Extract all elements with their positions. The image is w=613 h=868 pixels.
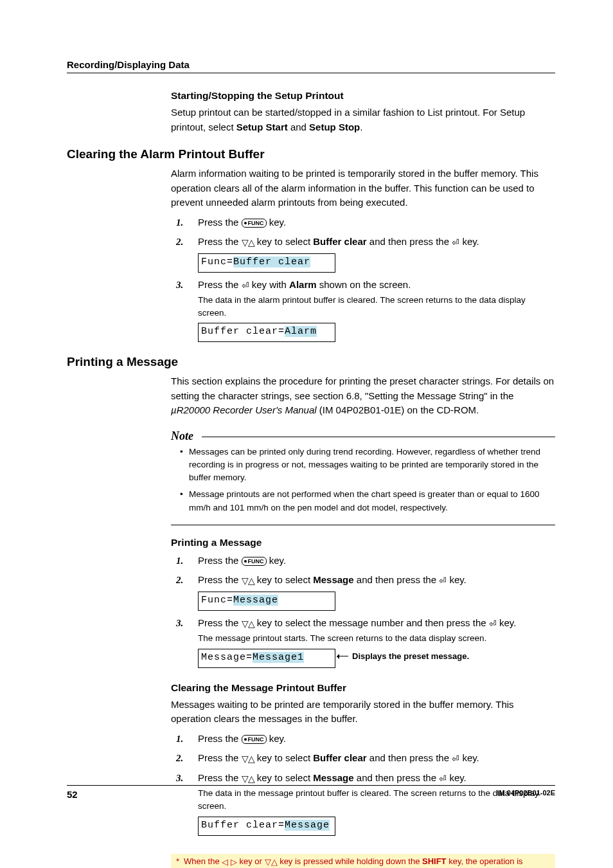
func-key-icon: FUNC bbox=[242, 557, 267, 566]
heading-clear-alarm: Clearing the Alarm Printout Buffer bbox=[67, 147, 555, 161]
enter-key-icon: ⏎ bbox=[452, 236, 459, 249]
step-2: Press the ▽△ key to select Buffer clear … bbox=[198, 235, 555, 273]
enter-key-icon: ⏎ bbox=[242, 279, 249, 293]
down-up-key-icon: ▽△ bbox=[265, 856, 278, 868]
note-list: Messages can be printed only during tren… bbox=[171, 446, 555, 525]
lcd-buffer-clear-alarm: Buffer clear=Alarm bbox=[198, 323, 335, 342]
down-up-key-icon: ▽△ bbox=[242, 754, 254, 763]
step-3: Press the ▽△ key to select the message n… bbox=[198, 616, 555, 668]
para-clear-message-intro: Messages waiting to be printed are tempo… bbox=[171, 698, 555, 727]
heading-print-message: Printing a Message bbox=[67, 355, 555, 369]
func-key-icon: FUNC bbox=[242, 219, 267, 228]
note-item-1: Messages can be printed only during tren… bbox=[180, 446, 555, 485]
step-3: Press the ▽△ key to select Message and t… bbox=[198, 771, 555, 835]
para-clear-alarm-intro: Alarm information waiting to be printed … bbox=[171, 167, 555, 210]
lcd-buffer-clear-message: Buffer clear=Message bbox=[198, 817, 335, 836]
step-1: Press the FUNC key. bbox=[198, 554, 555, 568]
heading-setup-printout: Starting/Stopping the Setup Printout bbox=[171, 90, 555, 102]
step-1: Press the FUNC key. bbox=[198, 215, 555, 230]
enter-key-icon: ⏎ bbox=[439, 772, 447, 786]
step-2: Press the ▽△ key to select Message and t… bbox=[198, 573, 555, 611]
down-up-key-icon: ▽△ bbox=[242, 238, 254, 247]
left-right-key-icon: ◁ ▷ bbox=[222, 856, 237, 868]
func-key-icon: FUNC bbox=[242, 735, 267, 744]
pointer-arrow-icon bbox=[335, 656, 348, 656]
page-number: 52 bbox=[67, 789, 78, 800]
lcd-func-buffer-clear: Func=Buffer clear bbox=[198, 253, 335, 273]
note-heading: Note bbox=[171, 429, 555, 443]
note-item-2: Message printouts are not performed when… bbox=[180, 488, 555, 514]
step-1: Press the FUNC key. bbox=[198, 732, 555, 746]
down-up-key-icon: ▽△ bbox=[242, 576, 254, 585]
enter-key-icon: ⏎ bbox=[489, 617, 497, 631]
heading-print-message-sub: Printing a Message bbox=[171, 537, 555, 548]
lcd-message-message1: Message=Message1 bbox=[198, 649, 335, 668]
running-head: Recording/Displaying Data bbox=[67, 59, 555, 73]
document-id: IM 04P02B01-02E bbox=[497, 789, 556, 800]
step-3-sub: The data in the alarm printout buffer is… bbox=[198, 294, 555, 319]
step-3-sub: The message printout starts. The screen … bbox=[198, 632, 555, 645]
enter-key-icon: ⏎ bbox=[439, 574, 447, 588]
page-footer: 52 IM 04P02B01-02E bbox=[67, 785, 555, 800]
steps-print-message: Press the FUNC key. Press the ▽△ key to … bbox=[171, 554, 555, 668]
lcd-func-message: Func=Message bbox=[198, 592, 335, 611]
down-up-key-icon: ▽△ bbox=[242, 619, 254, 628]
steps-clear-message: Press the FUNC key. Press the ▽△ key to … bbox=[171, 732, 555, 836]
shift-footnote: *When the ◁ ▷ key or ▽△ key is pressed w… bbox=[171, 854, 555, 868]
enter-key-icon: ⏎ bbox=[452, 752, 459, 766]
lcd-caption: Displays the preset message. bbox=[352, 650, 469, 663]
para-print-message-intro: This section explains the procedure for … bbox=[171, 374, 555, 418]
step-3: Press the ⏎ key with Alarm shown on the … bbox=[198, 278, 555, 342]
para-setup-printout: Setup printout can be started/stopped in… bbox=[171, 105, 555, 134]
step-2: Press the ▽△ key to select Buffer clear … bbox=[198, 751, 555, 766]
down-up-key-icon: ▽△ bbox=[242, 774, 254, 783]
heading-clear-message-buffer: Clearing the Message Printout Buffer bbox=[171, 682, 555, 694]
steps-clear-alarm: Press the FUNC key. Press the ▽△ key to … bbox=[171, 215, 555, 343]
